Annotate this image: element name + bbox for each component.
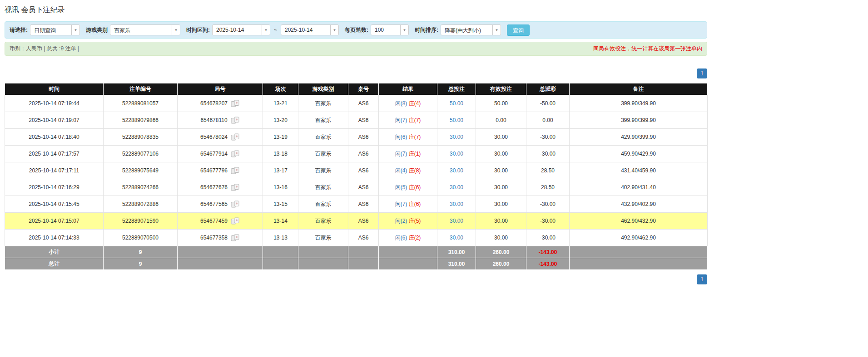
- game-replay-cards-icon[interactable]: [231, 217, 240, 225]
- page-1-button[interactable]: 1: [697, 68, 707, 78]
- cell-round-id: 654677565: [178, 196, 263, 213]
- column-header: 场次: [263, 83, 298, 95]
- total-bet-link[interactable]: 30.00: [450, 218, 463, 224]
- result-banker: 庄(2): [409, 235, 421, 241]
- sort-value: 降幂(由大到小): [441, 25, 492, 35]
- result-player: 闲(7): [395, 151, 407, 157]
- result-player: 闲(5): [395, 184, 407, 191]
- summary-bar: 币别：人民币 | 总共 :9 注单 | 同局有效投注，统一计算在该局第一张注单内: [5, 42, 707, 56]
- cell-table-number: AS6: [348, 129, 379, 146]
- caret-down-icon: ▾: [400, 25, 408, 35]
- cell-remark: 402.90/431.40: [570, 179, 708, 196]
- date-to-select[interactable]: 2025-10-14 ▾: [281, 24, 339, 35]
- round-number: 654677358: [200, 235, 228, 241]
- cell-valid-bet: 30.00: [476, 196, 526, 213]
- cell-table-number: AS6: [348, 179, 379, 196]
- cell-game-category: 百家乐: [298, 129, 348, 146]
- cell-table-number: AS6: [348, 146, 379, 162]
- cell-remark: 431.40/459.90: [570, 162, 708, 179]
- total-bet-link[interactable]: 50.00: [450, 100, 463, 107]
- column-header: 有效投注: [476, 83, 526, 95]
- round-inner: 654678110: [200, 117, 239, 124]
- summary-info: 币别：人民币 | 总共 :9 注单 |: [10, 45, 79, 53]
- cell-valid-bet: 30.00: [476, 162, 526, 179]
- result-player: 闲(7): [395, 201, 407, 207]
- total-bet-link[interactable]: 50.00: [450, 117, 463, 123]
- round-inner: 654677914: [200, 150, 240, 157]
- round-inner: 654677565: [200, 201, 240, 208]
- footer-empty-cell: [348, 258, 379, 270]
- total-bet-link[interactable]: 30.00: [450, 134, 463, 140]
- cell-time: 2025-10-14 07:17:11: [5, 162, 104, 179]
- cell-total-bet: 50.00: [437, 95, 476, 112]
- round-number: 654677565: [200, 201, 228, 207]
- table-row: 2025-10-14 07:19:44522889081057654678207…: [5, 95, 708, 112]
- table-row: 2025-10-14 07:15:07522889071590654677459…: [5, 213, 708, 230]
- cell-result: 闲(8) 庄(4): [379, 95, 437, 112]
- footer-empty-cell: [298, 246, 348, 258]
- cell-table-number: AS6: [348, 196, 379, 213]
- footer-empty-cell: [263, 246, 298, 258]
- total-bet-link[interactable]: 30.00: [450, 151, 463, 157]
- page-size-select[interactable]: 100 ▾: [371, 24, 409, 35]
- sort-select[interactable]: 降幂(由大到小) ▾: [441, 24, 501, 35]
- cell-round-id: 654677796: [178, 162, 263, 179]
- game-replay-cards-icon[interactable]: [231, 117, 240, 124]
- cell-result: 闲(2) 庄(5): [379, 213, 437, 230]
- cell-remark: 399.90/399.90: [570, 112, 708, 129]
- cell-remark: 429.90/399.90: [570, 129, 708, 146]
- cell-total-bet: 30.00: [437, 179, 476, 196]
- table-row: 2025-10-14 07:16:29522889074266654677676…: [5, 179, 708, 196]
- game-replay-cards-icon[interactable]: [231, 201, 240, 208]
- cell-valid-bet: 30.00: [476, 179, 526, 196]
- search-button[interactable]: 查询: [507, 24, 530, 36]
- total-bet-link[interactable]: 30.00: [450, 235, 463, 241]
- cell-round-id: 654678110: [178, 112, 263, 129]
- total-bet-link[interactable]: 30.00: [450, 201, 463, 207]
- game-replay-cards-icon[interactable]: [231, 133, 240, 141]
- cell-session: 13-16: [263, 179, 298, 196]
- footer-label: 总计: [5, 258, 104, 270]
- game-replay-cards-icon[interactable]: [231, 100, 240, 107]
- cell-bet-id: 522889071590: [104, 213, 178, 230]
- game-replay-cards-icon[interactable]: [231, 150, 240, 157]
- result-player: 闲(2): [395, 218, 407, 224]
- table-row: 2025-10-14 07:14:33522889070500654677358…: [5, 230, 708, 246]
- cell-bet-id: 522889077106: [104, 146, 178, 162]
- game-category-select[interactable]: 百家乐 ▾: [110, 24, 180, 35]
- total-bet-link[interactable]: 30.00: [450, 167, 463, 174]
- footer-empty-cell: [178, 258, 263, 270]
- cell-session: 13-15: [263, 196, 298, 213]
- cell-remark: 462.90/432.90: [570, 213, 708, 230]
- table-row: 2025-10-14 07:18:40522889078835654678024…: [5, 129, 708, 146]
- cell-payout: -50.00: [526, 95, 570, 112]
- cell-session: 13-18: [263, 146, 298, 162]
- game-replay-cards-icon[interactable]: [231, 184, 240, 191]
- cell-bet-id: 522889078835: [104, 129, 178, 146]
- cell-result: 闲(7) 庄(7): [379, 112, 437, 129]
- cell-payout: -30.00: [526, 230, 570, 246]
- cell-game-category: 百家乐: [298, 146, 348, 162]
- result-player: 闲(6): [395, 134, 407, 140]
- summary-notice: 同局有效投注，统一计算在该局第一张注单内: [593, 45, 702, 53]
- caret-down-icon: ▾: [71, 25, 79, 35]
- footer-empty-cell: [348, 246, 379, 258]
- caret-down-icon: ▾: [262, 25, 270, 35]
- cell-time: 2025-10-14 07:17:57: [5, 146, 104, 162]
- cell-bet-id: 522889074266: [104, 179, 178, 196]
- game-replay-cards-icon[interactable]: [231, 234, 240, 241]
- page-1-button[interactable]: 1: [697, 274, 707, 284]
- footer-empty-cell: [178, 246, 263, 258]
- filter-bar: 请选择: 日期查询 ▾ 游戏类别 百家乐 ▾ 时间区间: 2025-10-14 …: [5, 21, 707, 39]
- cell-remark: 492.90/462.90: [570, 230, 708, 246]
- date-from-select[interactable]: 2025-10-14 ▾: [212, 24, 270, 35]
- cell-total-bet: 30.00: [437, 213, 476, 230]
- game-replay-cards-icon[interactable]: [231, 167, 240, 174]
- column-header: 总派彩: [526, 83, 570, 95]
- total-bet-link[interactable]: 30.00: [450, 184, 463, 191]
- cell-bet-id: 522889070500: [104, 230, 178, 246]
- pagination-top: 1: [5, 68, 707, 78]
- result-player: 闲(6): [395, 235, 407, 241]
- result-player: 闲(8): [395, 100, 407, 107]
- query-type-select[interactable]: 日期查询 ▾: [30, 24, 80, 35]
